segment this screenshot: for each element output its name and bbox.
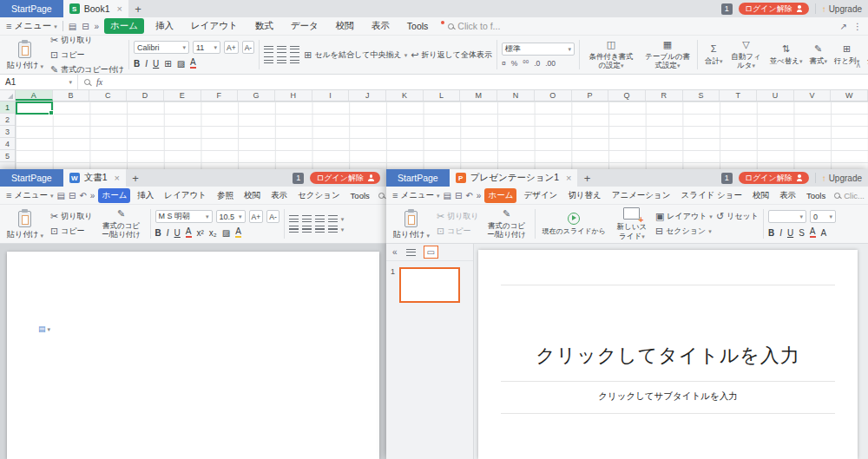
copy-button[interactable]: ⊡コピー <box>50 49 124 61</box>
menu-button[interactable]: ≡メニュー▾ <box>6 20 57 32</box>
menu-tab[interactable]: 校閲 <box>330 18 360 34</box>
conditional-format-button[interactable]: ◫ 条件付き書式の設定▾ <box>584 38 638 71</box>
slide-view-icon[interactable]: ▭ <box>424 246 437 258</box>
copy-button[interactable]: ⊡コピー <box>437 226 479 237</box>
paste-button[interactable]: 貼り付け▾ <box>4 207 46 240</box>
row-header[interactable]: 4 <box>0 138 15 150</box>
menu-button[interactable]: ≡メニュー▾ <box>392 190 440 201</box>
font-size-select[interactable]: 11▾ <box>193 41 220 54</box>
number-format-select[interactable]: 標準▾ <box>502 43 575 56</box>
cell-name-box[interactable]: A1▾ <box>0 75 78 89</box>
column-header[interactable]: U <box>757 90 794 101</box>
print-icon[interactable]: ⊟ <box>82 22 89 31</box>
upgrade-button[interactable]: ↑Upgrade <box>822 174 862 183</box>
menu-tab[interactable]: レイアウト <box>185 18 244 34</box>
row-header[interactable]: 1 <box>0 102 15 114</box>
text-effect-button[interactable]: S <box>799 228 805 238</box>
menu-tab[interactable]: 挿入 <box>149 18 180 34</box>
menu-tab[interactable]: 切り替え <box>564 188 604 203</box>
menu-tab[interactable]: 表示 <box>267 188 291 203</box>
text-effect-button[interactable]: U <box>174 228 181 238</box>
format-painter-button[interactable]: ✎書式のコピー付け <box>50 64 124 75</box>
undo-icon[interactable]: ↶ <box>79 191 86 200</box>
menu-tab[interactable]: スライド ショー <box>678 188 746 203</box>
text-effect-button[interactable]: A <box>186 226 192 238</box>
menu-tab[interactable]: 数式 <box>249 18 279 34</box>
ribbon-tool-button[interactable]: Σ 合計▾ <box>702 38 726 71</box>
menu-tab[interactable]: デザイン <box>520 188 561 203</box>
share-icon[interactable]: ↗ <box>840 22 847 31</box>
text-effect-button[interactable]: A <box>810 226 816 238</box>
format-painter-button[interactable]: ✎ 書式のコピー/貼り付け <box>97 207 146 240</box>
document-count-badge[interactable]: 1 <box>721 3 733 15</box>
column-header[interactable]: S <box>683 90 720 101</box>
row-header[interactable]: 2 <box>0 114 15 126</box>
column-header[interactable]: C <box>89 90 127 101</box>
menu-tab[interactable]: 校閲 <box>749 188 773 203</box>
tab-book1[interactable]: S Book1 × <box>63 0 128 17</box>
align-middle-icon[interactable] <box>277 46 286 53</box>
slide-thumbnail-item[interactable]: 1 <box>386 261 473 309</box>
section-button[interactable]: ⊟セクション▾ <box>655 226 712 237</box>
search-box[interactable]: Cli... <box>378 191 386 200</box>
font-size-select[interactable]: 0▾ <box>810 210 836 223</box>
column-header[interactable]: B <box>53 90 90 101</box>
column-header[interactable]: I <box>312 90 350 101</box>
tab-startpage[interactable]: StartPage <box>0 0 63 17</box>
cut-button[interactable]: ✂切り取り <box>437 211 479 222</box>
text-effect-button[interactable]: A <box>235 226 241 238</box>
column-header[interactable]: O <box>535 90 572 101</box>
slide-canvas[interactable]: クリックしてタイトルを入力 クリックしてサブタイトルを入力 <box>478 250 858 459</box>
decrease-font-button[interactable]: A- <box>242 41 255 54</box>
more-commands-icon[interactable]: » <box>90 191 95 200</box>
align-right-icon[interactable] <box>290 56 299 63</box>
text-effect-button[interactable]: A <box>821 228 827 238</box>
text-effect-button[interactable]: U <box>787 228 793 238</box>
text-effect-button[interactable]: B <box>768 228 774 238</box>
close-tab-icon[interactable]: × <box>116 3 122 14</box>
paste-button[interactable]: 貼り付け▾ <box>4 38 46 71</box>
menu-tab[interactable]: アニメーション <box>608 188 674 203</box>
column-header[interactable]: H <box>275 90 312 101</box>
justify-icon[interactable] <box>328 226 338 233</box>
new-tab-button[interactable]: + <box>577 169 596 187</box>
fx-icon[interactable]: fx <box>96 77 102 87</box>
new-tab-button[interactable]: + <box>128 0 148 17</box>
new-slide-button[interactable]: 新しいスライド▾ <box>613 207 651 240</box>
print-icon[interactable]: ⊟ <box>455 191 462 200</box>
menu-tab[interactable]: 参照 <box>214 188 237 203</box>
text-effect-button[interactable]: I <box>167 228 169 238</box>
menu-button[interactable]: ≡メニュー▾ <box>6 190 54 201</box>
increase-font-button[interactable]: A+ <box>224 41 239 54</box>
print-icon[interactable]: ⊟ <box>69 191 76 200</box>
new-tab-button[interactable]: + <box>126 169 145 187</box>
menu-tab[interactable]: 校閲 <box>240 188 264 203</box>
merge-cells-button[interactable]: ⊞セルを結合して中央揃え▾ <box>304 49 407 61</box>
search-box[interactable]: Click to f... <box>441 21 500 31</box>
logout-button[interactable]: ログイン解除 <box>739 172 809 184</box>
menu-tab[interactable]: セクション <box>294 188 344 203</box>
search-box[interactable]: Clic... <box>834 191 865 200</box>
logout-button[interactable]: ログイン解除 <box>310 172 380 184</box>
copy-button[interactable]: ⊡コピー <box>50 226 93 237</box>
undo-icon[interactable]: ↶ <box>465 191 472 200</box>
ribbon-tool-button[interactable]: ✎ 書式▾ <box>806 38 830 71</box>
number-style-icon[interactable]: ¤ <box>502 59 506 68</box>
column-header[interactable]: G <box>238 90 275 101</box>
column-header[interactable]: E <box>164 90 201 101</box>
column-header[interactable]: T <box>720 90 757 101</box>
decrease-font-button[interactable]: A- <box>266 210 279 223</box>
column-header[interactable]: N <box>497 90 535 101</box>
text-effect-button[interactable]: I <box>779 228 782 238</box>
menu-tab[interactable]: 表示 <box>365 18 396 34</box>
overflow-icon[interactable]: ⋮ <box>853 22 862 31</box>
collapse-panel-icon[interactable]: « <box>392 247 398 257</box>
column-header[interactable]: D <box>127 90 164 101</box>
text-effect-button[interactable]: I <box>145 59 148 69</box>
ribbon-tool-button[interactable]: ⇅ 並べ替え▾ <box>767 38 806 71</box>
paste-button[interactable]: 貼り付け▾ <box>391 207 432 240</box>
text-effect-button[interactable]: ▨ <box>222 228 230 238</box>
column-header[interactable]: F <box>201 90 239 101</box>
font-family-select[interactable]: ▾ <box>768 210 806 223</box>
formula-search-icon[interactable] <box>84 79 90 85</box>
